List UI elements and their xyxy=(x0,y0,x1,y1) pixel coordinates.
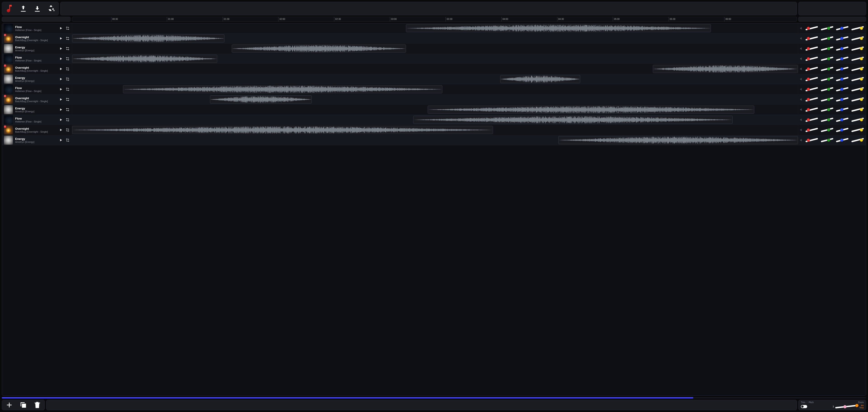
upload-icon[interactable] xyxy=(18,4,28,13)
green-slider[interactable] xyxy=(820,137,834,143)
track-lane[interactable] xyxy=(72,135,798,145)
add-track-button[interactable] xyxy=(4,400,14,410)
duplicate-button[interactable] xyxy=(18,400,28,410)
red-slider[interactable] xyxy=(804,137,819,143)
yellow-slider[interactable] xyxy=(850,45,865,52)
track-lane[interactable] xyxy=(72,54,798,64)
audio-clip[interactable] xyxy=(413,116,733,124)
mute-button[interactable] xyxy=(800,46,804,51)
loop-button[interactable] xyxy=(65,36,70,41)
red-slider[interactable] xyxy=(804,35,819,41)
audio-clip[interactable] xyxy=(72,126,493,134)
mute-button[interactable] xyxy=(800,118,804,122)
recycle-icon[interactable] xyxy=(46,4,56,13)
green-slider[interactable] xyxy=(820,35,834,41)
green-slider[interactable] xyxy=(820,25,834,31)
audio-clip[interactable] xyxy=(210,95,312,103)
blue-slider[interactable] xyxy=(835,35,849,41)
track-lane[interactable] xyxy=(72,125,798,135)
audio-clip[interactable] xyxy=(500,75,580,83)
blue-slider[interactable] xyxy=(835,117,849,123)
mute-button[interactable] xyxy=(800,36,804,40)
red-slider[interactable] xyxy=(804,86,819,92)
yellow-slider[interactable] xyxy=(850,106,865,113)
red-slider[interactable] xyxy=(804,76,819,82)
track-lane[interactable] xyxy=(72,94,798,104)
play-button[interactable] xyxy=(58,26,63,31)
play-button[interactable] xyxy=(58,66,63,71)
red-slider[interactable] xyxy=(804,56,819,62)
mute-button[interactable] xyxy=(800,57,804,61)
play-button[interactable] xyxy=(58,138,63,142)
green-slider[interactable] xyxy=(820,117,834,123)
red-slider[interactable] xyxy=(804,106,819,113)
delete-button[interactable] xyxy=(32,400,42,410)
play-button[interactable] xyxy=(58,76,63,82)
blue-slider[interactable] xyxy=(835,76,849,82)
play-button[interactable] xyxy=(58,56,63,61)
green-slider[interactable] xyxy=(820,86,834,92)
horizontal-scrollbar[interactable] xyxy=(2,397,866,399)
audio-clip[interactable] xyxy=(72,55,217,63)
audio-clip[interactable] xyxy=(72,34,224,42)
track-lane[interactable] xyxy=(72,84,798,94)
yellow-slider[interactable] xyxy=(850,117,865,123)
mute-button[interactable] xyxy=(800,77,804,81)
loop-button[interactable] xyxy=(65,46,70,51)
yellow-slider[interactable] xyxy=(850,25,865,31)
mute-button[interactable] xyxy=(800,128,804,132)
audio-clip[interactable] xyxy=(558,136,798,144)
play-button[interactable] xyxy=(58,127,63,132)
play-button[interactable] xyxy=(58,107,63,112)
blue-slider[interactable] xyxy=(835,96,849,103)
green-slider[interactable] xyxy=(820,106,834,113)
blue-slider[interactable] xyxy=(835,66,849,72)
green-slider[interactable] xyxy=(820,96,834,103)
audio-clip[interactable] xyxy=(232,44,406,53)
audio-clip[interactable] xyxy=(406,24,711,32)
zoom-slider[interactable] xyxy=(835,405,858,408)
green-slider[interactable] xyxy=(820,127,834,133)
mute-button[interactable] xyxy=(800,26,804,30)
mute-button[interactable] xyxy=(800,107,804,112)
mute-button[interactable] xyxy=(800,97,804,101)
yellow-slider[interactable] xyxy=(850,66,865,72)
blue-slider[interactable] xyxy=(835,86,849,92)
green-slider[interactable] xyxy=(820,76,834,82)
blue-slider[interactable] xyxy=(835,106,849,113)
green-slider[interactable] xyxy=(820,56,834,62)
mute-button[interactable] xyxy=(800,67,804,71)
loop-button[interactable] xyxy=(65,66,70,71)
loop-button[interactable] xyxy=(65,138,70,142)
yellow-slider[interactable] xyxy=(850,96,865,103)
play-button[interactable] xyxy=(58,46,63,51)
trim-pitch-toggle[interactable] xyxy=(801,405,807,408)
red-slider[interactable] xyxy=(804,117,819,123)
track-lane[interactable] xyxy=(72,115,798,125)
yellow-slider[interactable] xyxy=(850,76,865,82)
yellow-slider[interactable] xyxy=(850,127,865,133)
loop-button[interactable] xyxy=(65,107,70,112)
loop-button[interactable] xyxy=(65,76,70,82)
loop-button[interactable] xyxy=(65,97,70,102)
audio-clip[interactable] xyxy=(428,105,754,114)
yellow-slider[interactable] xyxy=(850,35,865,41)
track-lane[interactable] xyxy=(72,105,798,115)
play-button[interactable] xyxy=(58,36,63,41)
blue-slider[interactable] xyxy=(835,127,849,133)
mute-button[interactable] xyxy=(800,87,804,91)
track-lane[interactable] xyxy=(72,43,798,54)
track-lane[interactable] xyxy=(72,64,798,74)
red-slider[interactable] xyxy=(804,45,819,52)
loop-button[interactable] xyxy=(65,87,70,92)
blue-slider[interactable] xyxy=(835,56,849,62)
red-slider[interactable] xyxy=(804,66,819,72)
download-icon[interactable] xyxy=(32,4,42,13)
green-slider[interactable] xyxy=(820,66,834,72)
play-button[interactable] xyxy=(58,87,63,92)
app-logo-icon[interactable] xyxy=(4,4,14,13)
blue-slider[interactable] xyxy=(835,137,849,143)
green-slider[interactable] xyxy=(820,45,834,52)
track-lane[interactable] xyxy=(72,33,798,43)
red-slider[interactable] xyxy=(804,127,819,133)
